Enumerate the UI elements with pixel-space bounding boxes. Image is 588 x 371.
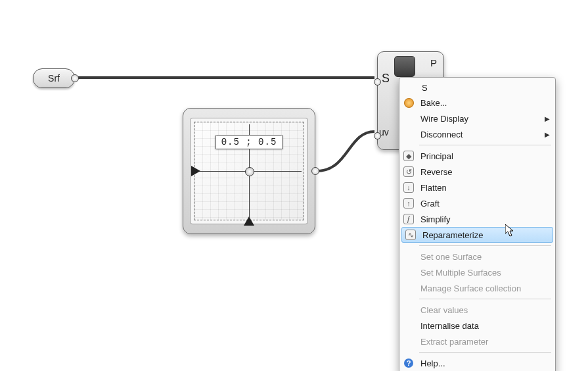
menu-item-disconnect[interactable]: Disconnect ▶ (399, 126, 555, 142)
menu-item-wire-display-label: Wire Display (418, 114, 541, 124)
menu-item-clear-label: Clear values (418, 305, 555, 315)
menu-item-set-one-label: Set one Surface (418, 252, 555, 262)
input-s-label[interactable]: S (382, 72, 390, 86)
menu-item-graft-label: Graft (418, 199, 555, 209)
menu-item-help-label: Help... (418, 359, 555, 368)
menu-item-flatten[interactable]: ↓ Flatten (399, 180, 555, 195)
menu-title-row: S (399, 80, 555, 95)
reparameterize-icon: ∿ (405, 230, 416, 240)
flatten-icon: ↓ (403, 182, 414, 193)
surface-param-label: Srf (48, 73, 60, 84)
md-slider-marker-bottom (244, 216, 254, 226)
menu-title: S (418, 83, 555, 93)
md-slider-output-port[interactable] (311, 167, 319, 175)
menu-item-bake[interactable]: Bake... (399, 95, 555, 111)
menu-item-internalise-label: Internalise data (418, 321, 555, 331)
output-p-label[interactable]: P (430, 57, 437, 68)
menu-item-reparameterize-label: Reparameterize (420, 230, 553, 240)
menu-item-reverse[interactable]: ↺ Reverse (399, 164, 555, 180)
menu-item-set-multiple-label: Set Multiple Surfaces (418, 268, 555, 278)
submenu-arrow-icon: ▶ (541, 115, 555, 122)
menu-item-principal[interactable]: ◆ Principal (399, 148, 555, 164)
menu-item-clear[interactable]: Clear values (399, 302, 555, 318)
grasshopper-canvas[interactable]: Srf 0.5 ; 0.5 P S uv S Bake... (0, 0, 588, 371)
menu-item-extract-label: Extract parameter (418, 337, 555, 347)
menu-separator (419, 245, 551, 246)
graft-icon: ↑ (403, 198, 414, 209)
menu-item-reparameterize[interactable]: ∿ Reparameterize (401, 227, 553, 243)
principal-icon: ◆ (403, 151, 414, 161)
md-slider-marker-left (191, 166, 200, 176)
context-menu: S Bake... Wire Display ▶ Disconnect ▶ ◆ … (399, 77, 556, 371)
reverse-icon: ↺ (403, 166, 414, 177)
help-icon: ? (404, 359, 413, 368)
menu-item-flatten-label: Flatten (418, 183, 555, 193)
menu-item-graft[interactable]: ↑ Graft (399, 195, 555, 211)
input-uv-port[interactable] (374, 132, 381, 139)
menu-item-reverse-label: Reverse (418, 167, 555, 177)
menu-item-wire-display[interactable]: Wire Display ▶ (399, 111, 555, 126)
submenu-arrow-icon: ▶ (541, 131, 555, 138)
menu-separator (419, 145, 551, 145)
menu-separator (419, 352, 551, 353)
menu-item-manage-collection[interactable]: Manage Surface collection (399, 280, 555, 296)
simplify-icon: ƒ (403, 214, 414, 224)
surface-param-node[interactable]: Srf (33, 68, 75, 88)
menu-item-simplify-label: Simplify (418, 214, 555, 224)
md-slider-value[interactable]: 0.5 ; 0.5 (215, 135, 283, 149)
menu-item-simplify[interactable]: ƒ Simplify (399, 211, 555, 227)
menu-item-internalise[interactable]: Internalise data (399, 318, 555, 334)
input-s-port[interactable] (374, 78, 381, 86)
bake-icon (404, 98, 414, 108)
menu-item-set-multiple[interactable]: Set Multiple Surfaces (399, 264, 555, 280)
md-slider-node[interactable]: 0.5 ; 0.5 (183, 108, 315, 234)
menu-item-bake-label: Bake... (418, 98, 555, 108)
menu-item-principal-label: Principal (418, 151, 555, 161)
menu-separator (419, 299, 551, 299)
menu-item-help[interactable]: ? Help... (399, 355, 555, 371)
evaluate-surface-core-icon (394, 56, 415, 77)
menu-item-disconnect-label: Disconnect (418, 130, 541, 139)
md-slider-knob[interactable] (245, 167, 254, 176)
menu-item-manage-collection-label: Manage Surface collection (418, 284, 555, 293)
menu-item-extract[interactable]: Extract parameter (399, 334, 555, 349)
menu-item-set-one[interactable]: Set one Surface (399, 249, 555, 264)
surface-param-output-port[interactable] (71, 74, 79, 82)
